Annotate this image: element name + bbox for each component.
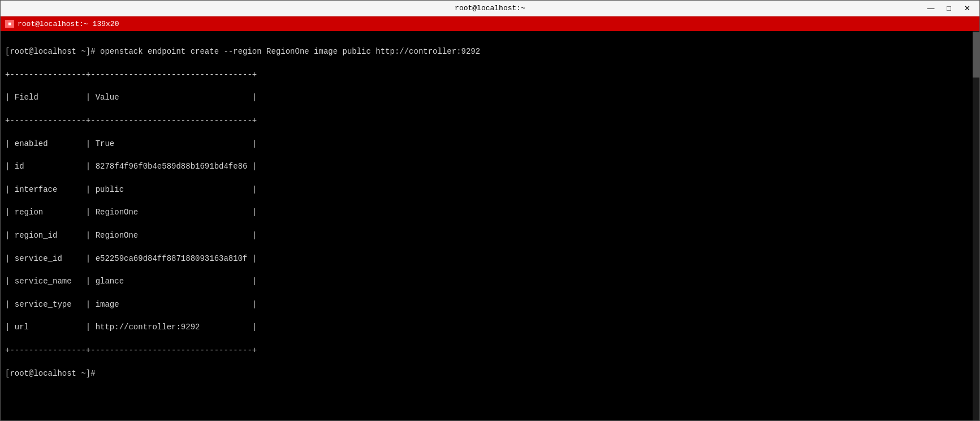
row-0: | enabled | True | <box>5 139 257 148</box>
terminal-icon: ■ <box>5 20 14 28</box>
tab-title: root@localhost:~ 139x20 <box>18 20 119 28</box>
row-6: | service_name | glance | <box>5 277 257 286</box>
table-header: | Field | Value | <box>5 93 257 102</box>
prompt-end: [root@localhost ~]# <box>5 369 100 378</box>
row-3: | region | RegionOne | <box>5 208 257 217</box>
terminal-output: [root@localhost ~]# openstack endpoint c… <box>5 35 975 379</box>
minimize-button[interactable]: — <box>923 1 939 16</box>
row-2: | interface | public | <box>5 185 257 194</box>
separator-bot: +----------------+----------------------… <box>5 346 257 355</box>
scrollbar-thumb[interactable] <box>973 32 979 78</box>
terminal-window: root@localhost:~ — □ ✕ ■ root@localhost:… <box>0 0 980 421</box>
terminal-body[interactable]: [root@localhost ~]# openstack endpoint c… <box>1 31 979 420</box>
maximize-button[interactable]: □ <box>941 1 957 16</box>
command-line: [root@localhost ~]# openstack endpoint c… <box>5 47 480 56</box>
window-controls: — □ ✕ <box>923 1 975 16</box>
row-1: | id | 8278f4f96f0b4e589d88b1691bd4fe86 … <box>5 162 257 171</box>
row-4: | region_id | RegionOne | <box>5 231 257 240</box>
scrollbar[interactable] <box>973 31 979 420</box>
close-button[interactable]: ✕ <box>959 1 975 16</box>
separator-mid: +----------------+----------------------… <box>5 116 257 125</box>
row-7: | service_type | image | <box>5 300 257 309</box>
separator-top: +----------------+----------------------… <box>5 70 257 79</box>
window-title: root@localhost:~ <box>455 4 525 12</box>
row-8: | url | http://controller:9292 | <box>5 323 257 332</box>
row-5: | service_id | e52259ca69d84ff8871880931… <box>5 254 257 263</box>
tab-bar: ■ root@localhost:~ 139x20 <box>1 16 979 31</box>
title-bar: root@localhost:~ — □ ✕ <box>1 1 979 16</box>
